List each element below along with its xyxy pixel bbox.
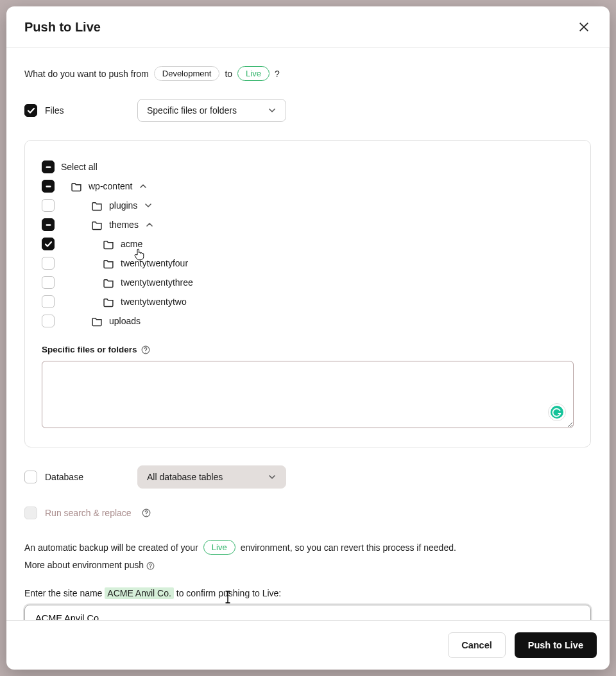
search-replace-row: Run search & replace [24,507,591,519]
tree-row-twentytwentytwo[interactable]: twentytwentytwo [42,292,574,311]
close-icon [579,24,589,34]
folder-icon [103,258,114,269]
file-tree-panel: Select all wp-content plugins [24,140,591,447]
tree-row-twentytwentyfour[interactable]: twentytwentyfour [42,254,574,273]
specific-files-textarea[interactable] [42,361,574,428]
search-replace-checkbox [24,507,37,519]
confirm-label: Enter the site name ACME Anvil Co. to co… [24,588,591,598]
push-question-row: What do you want to push from Developmen… [24,66,591,81]
push-to-live-modal: Push to Live What do you want to push fr… [6,6,610,670]
modal-body: What do you want to push from Developmen… [6,48,610,620]
specific-files-label: Specific files or folders [42,345,574,354]
question-suffix: ? [275,69,280,79]
tree-label: twentytwentyfour [121,258,188,268]
file-tree: Select all wp-content plugins [42,157,574,331]
tree-label: acme [121,239,142,249]
chevron-up-icon[interactable] [145,220,154,229]
twentytwentyfour-checkbox[interactable] [42,257,55,270]
help-icon[interactable] [141,345,150,354]
wp-content-checkbox[interactable] [42,180,55,193]
help-icon[interactable] [142,508,151,517]
database-checkbox[interactable] [24,471,37,483]
chevron-down-icon[interactable] [144,201,153,210]
tree-row-uploads[interactable]: uploads [42,311,574,331]
files-section-row: Files Specific files or folders [24,99,591,122]
files-checkbox[interactable] [24,104,37,117]
tree-label: twentytwentytwo [121,297,187,307]
select-all-checkbox[interactable] [42,160,55,173]
search-replace-label: Run search & replace [45,508,132,518]
folder-icon [103,239,114,250]
more-about-push-link[interactable]: More about environment push [24,560,155,570]
themes-checkbox[interactable] [42,218,55,231]
tree-row-twentytwentythree[interactable]: twentytwentythree [42,273,574,292]
cancel-button[interactable]: Cancel [448,632,506,658]
acme-checkbox[interactable] [42,238,55,250]
tree-label: wp-content [89,181,132,191]
to-word: to [225,69,232,79]
to-env-pill: Live [237,66,270,81]
folder-icon [103,277,114,288]
modal-title: Push to Live [24,20,101,35]
chevron-down-icon [268,106,277,115]
tree-row-select-all[interactable]: Select all [42,157,574,177]
close-button[interactable] [576,19,592,35]
plugins-checkbox[interactable] [42,199,55,212]
tree-label: uploads [109,316,141,326]
tree-label: twentytwentythree [121,277,193,288]
backup-info: An automatic backup will be created of y… [24,540,591,570]
twentytwentytwo-checkbox[interactable] [42,295,55,308]
folder-icon [92,316,103,327]
database-section-row: Database All database tables [24,465,591,489]
tree-label: themes [109,220,139,230]
chevron-down-icon [268,472,277,481]
database-select-value: All database tables [147,472,223,482]
files-select-value: Specific files or folders [147,105,237,116]
folder-icon [103,297,114,308]
folder-icon [71,181,82,192]
modal-header: Push to Live [6,6,610,48]
folder-icon [92,220,103,230]
twentytwentythree-checkbox[interactable] [42,276,55,289]
folder-icon [92,200,103,211]
tree-row-plugins[interactable]: plugins [42,196,574,215]
files-select[interactable]: Specific files or folders [137,99,286,122]
push-button[interactable]: Push to Live [515,632,597,658]
tree-row-themes[interactable]: themes [42,215,574,234]
database-label: Database [45,472,83,482]
modal-footer: Cancel Push to Live [6,620,610,670]
tree-row-wp-content[interactable]: wp-content [42,177,574,196]
chevron-up-icon[interactable] [139,182,148,191]
tree-label: Select all [61,162,98,172]
tree-label: plugins [109,200,137,211]
uploads-checkbox[interactable] [42,315,55,327]
confirm-site-name: ACME Anvil Co. [105,587,174,599]
backup-env-pill: Live [203,540,235,555]
database-select[interactable]: All database tables [137,465,286,489]
confirm-input[interactable] [26,607,589,620]
files-label: Files [45,105,64,116]
confirm-input-wrap [24,605,591,620]
tree-row-acme[interactable]: acme [42,234,574,254]
help-icon [146,562,155,572]
question-prefix: What do you want to push from [24,69,149,79]
from-env-pill: Development [154,66,220,81]
grammarly-icon[interactable] [548,403,566,421]
